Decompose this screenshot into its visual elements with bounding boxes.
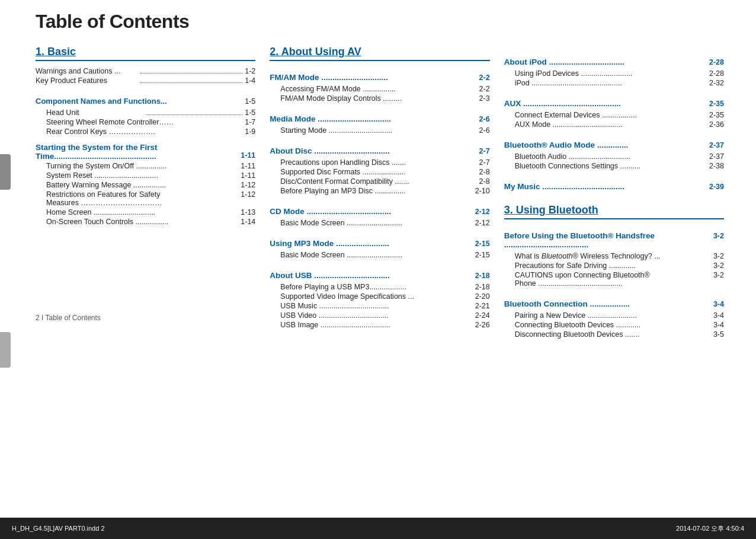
- toc-page: 2-28: [709, 58, 724, 66]
- toc-label: Connecting Bluetooth Devices ...........…: [515, 321, 713, 329]
- toc-group-head: About iPod .............................…: [504, 52, 724, 68]
- toc-group-head: Media Mode .............................…: [270, 109, 489, 125]
- toc-label: Bluetooth Audio ........................…: [515, 152, 709, 161]
- toc-row: iPod ...................................…: [504, 79, 724, 87]
- toc-label: Bluetooth Connections Settings .........…: [515, 162, 709, 170]
- toc-page: 2-7: [479, 158, 490, 167]
- toc-page: 2-38: [709, 162, 724, 170]
- toc-label: System Reset ...........................…: [46, 171, 241, 180]
- toc-row: Precautions upon Handling Discs ....... …: [270, 158, 489, 167]
- toc-page: 2-36: [709, 120, 724, 129]
- section-heading-2: 2. About Using AV: [270, 46, 489, 61]
- toc-page: 1-14: [241, 218, 255, 226]
- toc-page: 3-4: [713, 300, 724, 308]
- toc-page: 2-37: [709, 152, 724, 161]
- toc-page: 2-6: [479, 115, 490, 123]
- toc-page: 1-12: [241, 181, 255, 189]
- toc-page: 3-4: [713, 311, 724, 320]
- toc-label: Using iPod Devices .....................…: [515, 69, 709, 78]
- toc-page: 2-3: [479, 94, 490, 103]
- toc-row: Battery Warning Message ................…: [36, 181, 255, 189]
- toc-page: 2-8: [479, 177, 490, 186]
- toc-page: 2-6: [479, 126, 490, 135]
- toc-page: 2-2: [479, 85, 490, 93]
- toc-label: USB Image ..............................…: [280, 321, 475, 329]
- toc-page: 2-32: [709, 79, 724, 87]
- toc-row: Basic Mode Screen ......................…: [270, 251, 489, 259]
- toc-row: Rear Control Keys ………………. 1-9: [36, 127, 255, 136]
- sub-heading: FM/AM Mode .............................…: [270, 73, 479, 82]
- toc-label: Disc/Content Format Compatibility ......…: [280, 177, 479, 186]
- section2-page: 1-11: [241, 151, 255, 160]
- footer-bar: H_DH_G4.5[L]AV PART0.indd 2 2014-07-02 오…: [0, 518, 756, 539]
- toc-label: Restrictions on Features for Safety Meas…: [46, 190, 177, 207]
- toc-page: 1-7: [245, 118, 255, 126]
- toc-page: 1-5: [245, 97, 255, 106]
- toc-page: 2-15: [475, 251, 490, 259]
- toc-dots: [140, 73, 243, 74]
- toc-row: Bluetooth Audio ........................…: [504, 152, 724, 161]
- toc-page: 1-13: [241, 208, 255, 216]
- toc-page: 2-24: [475, 311, 490, 320]
- toc-page: 1-12: [241, 190, 255, 199]
- toc-label: CAUTIONS upon Connecting Bluetooth® Phon…: [515, 271, 669, 288]
- sub-heading: About Disc .............................…: [270, 146, 479, 155]
- toc-row: Bluetooth Connections Settings .........…: [504, 162, 724, 170]
- sub-heading: Bluetooth Connection ..................: [504, 299, 713, 308]
- toc-row: Restrictions on Features for Safety Meas…: [36, 190, 255, 207]
- toc-dots: [146, 114, 243, 115]
- toc-label: Rear Control Keys ……………….: [46, 127, 245, 136]
- toc-page: 3-2: [713, 271, 724, 279]
- section-heading-1: 1. Basic: [36, 46, 255, 61]
- toc-page: 3-4: [713, 321, 724, 329]
- toc-row: Starting Mode ..........................…: [270, 126, 489, 135]
- toc-page: 1-2: [245, 67, 255, 75]
- toc-label: Precautions for Safe Driving ...........…: [515, 261, 713, 270]
- toc-group-head: My Music ...............................…: [504, 176, 724, 192]
- col1: 1. Basic Warnings and Cautions ... 1-2 K…: [36, 46, 270, 227]
- toc-row: Key Product Features 1-4: [36, 76, 255, 85]
- toc-label: Basic Mode Screen ......................…: [280, 219, 475, 227]
- toc-label: Home Screen ............................…: [46, 208, 241, 216]
- toc-group-head: Bluetooth Connection .................. …: [504, 294, 724, 310]
- toc-group-head: Before Using the Bluetooth® Handsfree ..…: [504, 225, 724, 250]
- toc-row: Disc/Content Format Compatibility ......…: [270, 177, 489, 186]
- toc-label: Basic Mode Screen ......................…: [280, 251, 475, 259]
- toc-row: Steering Wheel Remote Controller…… 1-7: [36, 118, 255, 126]
- toc-label: Supported Disc Formats .................…: [280, 168, 479, 176]
- toc-page: 1-11: [241, 171, 255, 180]
- sub-heading: Bluetooth® Audio Mode ..............: [504, 141, 709, 149]
- toc-row: USB Image ..............................…: [270, 321, 489, 329]
- toc-label: Pairing a New Device ...................…: [515, 311, 713, 320]
- toc-label: Battery Warning Message ................: [46, 181, 241, 189]
- sub-heading: CD Mode ................................…: [270, 207, 475, 216]
- toc-group-head: About Disc .............................…: [270, 141, 489, 157]
- toc-row: Component Names and Functions... 1-5: [36, 91, 255, 107]
- toc-label: FM/AM Mode Display Controls .........: [280, 94, 479, 103]
- toc-page: 2-15: [475, 240, 490, 248]
- toc-row: Connecting Bluetooth Devices ...........…: [504, 321, 724, 329]
- toc-label: Head Unit: [46, 109, 143, 117]
- toc-row: Accessing FM/AM Mode ................ 2-…: [270, 85, 489, 93]
- toc-page: 3-2: [713, 261, 724, 270]
- toc-page: 2-12: [475, 208, 490, 216]
- toc-dots: [140, 82, 243, 83]
- toc-page: 2-10: [475, 187, 490, 195]
- section2-heading: Starting the System for the FirstTime...…: [36, 143, 255, 161]
- toc-label: USB Video ..............................…: [280, 311, 475, 320]
- toc-label: Connect External Devices ...............…: [515, 111, 709, 119]
- toc-page: 1-9: [245, 127, 255, 136]
- toc-page: 1-4: [245, 76, 255, 85]
- sub-heading: Before Using the Bluetooth® Handsfree ..…: [504, 231, 670, 249]
- sub-heading: Using MP3 Mode ........................: [270, 239, 475, 248]
- sub-heading: AUX ....................................…: [504, 99, 709, 108]
- toc-label: Before Playing an MP3 Disc .............…: [280, 187, 475, 195]
- toc-row: Supported Disc Formats .................…: [270, 168, 489, 176]
- toc-row: Connect External Devices ...............…: [504, 111, 724, 119]
- footer-right: 2014-07-02 오후 4:50:4: [676, 524, 744, 533]
- toc-group-head: AUX ....................................…: [504, 93, 724, 109]
- toc-page: 2-39: [709, 183, 724, 191]
- toc-row: FM/AM Mode Display Controls ......... 2-…: [270, 94, 489, 103]
- toc-label: Before Playing a USB MP3................…: [280, 283, 475, 291]
- toc-page: 2-35: [709, 111, 724, 119]
